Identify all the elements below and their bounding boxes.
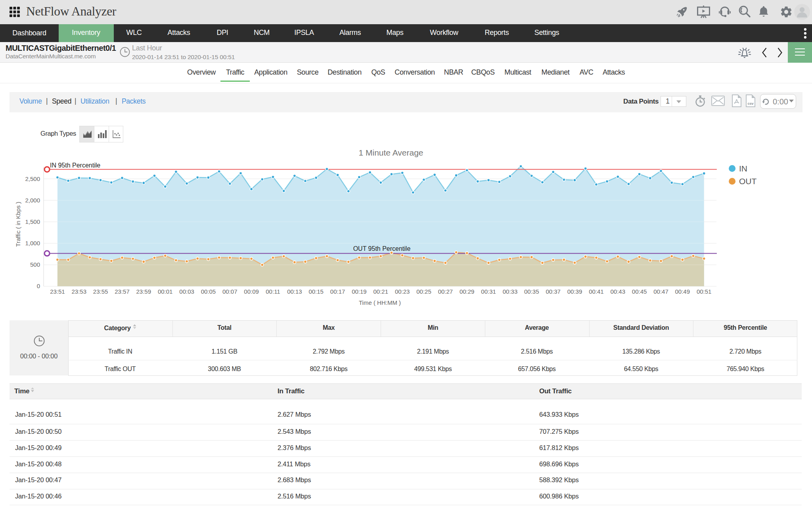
svg-text:23:57: 23:57 [115, 288, 130, 295]
svg-text:Traffic ( in Kbps ): Traffic ( in Kbps ) [15, 202, 21, 246]
svg-text:00:45: 00:45 [632, 288, 647, 295]
svg-text:00:41: 00:41 [589, 288, 604, 295]
svg-text:00:49: 00:49 [675, 288, 690, 295]
svg-text:OUT 95th Percentile: OUT 95th Percentile [353, 245, 411, 252]
svg-text:00:33: 00:33 [503, 288, 518, 295]
svg-text:23:53: 23:53 [72, 288, 87, 295]
svg-text:00:13: 00:13 [287, 288, 302, 295]
svg-text:2,500: 2,500 [25, 175, 40, 182]
svg-text:23:51: 23:51 [50, 288, 65, 295]
svg-text:00:07: 00:07 [222, 288, 237, 295]
svg-text:00:31: 00:31 [481, 288, 496, 295]
svg-text:00:15: 00:15 [308, 288, 324, 295]
svg-text:0: 0 [37, 283, 40, 289]
svg-text:00:39: 00:39 [567, 288, 582, 295]
svg-text:2,000: 2,000 [25, 197, 40, 204]
svg-text:1,500: 1,500 [25, 218, 40, 225]
svg-text:1 Minute Average: 1 Minute Average [358, 148, 423, 157]
svg-text:00:01: 00:01 [158, 288, 173, 295]
svg-text:00:03: 00:03 [179, 288, 194, 295]
svg-text:00:11: 00:11 [266, 288, 280, 295]
svg-text:00:21: 00:21 [373, 288, 389, 295]
svg-text:23:55: 23:55 [93, 288, 108, 295]
svg-text:00:23: 00:23 [395, 288, 410, 295]
svg-text:Time ( HH:MM ): Time ( HH:MM ) [359, 299, 401, 306]
svg-text:23:59: 23:59 [136, 288, 151, 295]
svg-text:00:37: 00:37 [546, 288, 561, 295]
svg-text:00:05: 00:05 [201, 288, 216, 295]
svg-text:00:43: 00:43 [611, 288, 626, 295]
svg-text:00:25: 00:25 [416, 288, 431, 295]
svg-text:00:29: 00:29 [460, 288, 475, 295]
svg-text:IN 95th Percentile: IN 95th Percentile [50, 162, 100, 169]
svg-text:00:17: 00:17 [330, 288, 345, 295]
svg-text:00:47: 00:47 [653, 288, 668, 295]
svg-text:IN: IN [739, 164, 747, 173]
svg-text:1,000: 1,000 [25, 240, 40, 246]
svg-text:500: 500 [30, 261, 40, 268]
svg-text:00:09: 00:09 [244, 288, 259, 295]
svg-text:00:35: 00:35 [524, 288, 539, 295]
svg-text:OUT: OUT [739, 177, 757, 186]
svg-text:00:27: 00:27 [438, 288, 453, 295]
svg-text:00:51: 00:51 [697, 288, 712, 295]
svg-text:00:19: 00:19 [352, 288, 367, 295]
